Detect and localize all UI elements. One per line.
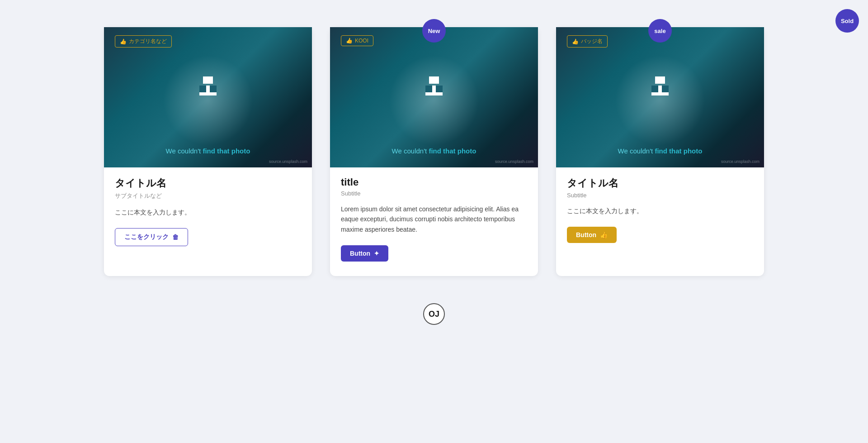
card-2-button[interactable]: Button ✦: [341, 245, 388, 262]
card-1-button[interactable]: ここをクリック 🗑: [115, 228, 188, 246]
button-icon: 🗑: [172, 233, 179, 241]
button-label: ここをクリック: [124, 233, 169, 241]
badge-label: バッジ名: [581, 38, 603, 45]
unsplash-icon: [199, 76, 217, 95]
button-icon: 👍: [600, 231, 608, 238]
badge-icon: 👍: [346, 38, 353, 44]
icon-top: [429, 76, 439, 84]
kooi-badge: 👍 KOOI: [341, 35, 373, 46]
image-error-text: We couldn't find that photo: [618, 147, 703, 155]
card-1-title: タイトル名: [115, 176, 301, 190]
image-credit: source.unsplash.com: [495, 159, 533, 164]
card-1-image: We couldn't find that photo source.unspl…: [104, 27, 312, 167]
sold-circle-badge: Sold: [835, 9, 859, 33]
card-2-image: We couldn't find that photo source.unspl…: [330, 27, 538, 167]
card-1-content: タイトル名 サブタイトルなど ここに本文を入力します。 ここをクリック 🗑: [104, 167, 312, 246]
card-3-button[interactable]: Button 👍: [567, 227, 617, 243]
badge-icon: 👍: [120, 38, 127, 45]
cards-container: 👍 カテゴリ名など We couldn't find that photo so…: [95, 18, 773, 285]
card-3-title: タイトル名: [567, 176, 753, 190]
image-error-text: We couldn't find that photo: [392, 147, 476, 155]
card-3: sale 👍 バッジ名 We couldn't find that photo …: [556, 27, 764, 276]
footer-logo-circle: OJ: [423, 303, 445, 325]
card-2-subtitle: Subtitle: [341, 190, 527, 197]
unsplash-icon: [425, 76, 443, 95]
icon-top: [655, 76, 665, 84]
card-2-content: title Subtitle Lorem ipsum dolor sit ame…: [330, 167, 538, 262]
card-3-circle-badge: sale: [648, 19, 672, 43]
footer: OJ: [423, 303, 445, 325]
icon-top: [203, 76, 213, 84]
glow: [163, 55, 253, 146]
badge-icon: 👍: [572, 38, 579, 45]
image-credit: source.unsplash.com: [721, 159, 760, 164]
icon-bottom: [425, 86, 443, 95]
card-2-circle-badge: New: [422, 19, 446, 43]
card-3-body: ここに本文を入力します。: [567, 206, 753, 216]
card-3-top-badge: 👍 バッジ名: [567, 35, 608, 48]
card-3-content: タイトル名 Subtitle ここに本文を入力します。 Button 👍: [556, 167, 764, 243]
badge-name-badge: 👍 バッジ名: [567, 35, 608, 48]
button-icon: ✦: [374, 250, 379, 257]
category-badge: 👍 カテゴリ名など: [115, 35, 172, 48]
badge-label: カテゴリ名など: [129, 38, 167, 45]
icon-bottom: [651, 86, 669, 95]
card-3-image: We couldn't find that photo source.unspl…: [556, 27, 764, 167]
footer-logo-text: OJ: [429, 310, 439, 319]
circle-badge-label: New: [428, 28, 440, 34]
circle-badge-label: sale: [654, 28, 665, 34]
card-1-body: ここに本文を入力します。: [115, 207, 301, 217]
image-error-text: We couldn't find that photo: [166, 147, 250, 155]
card-2: New 👍 KOOI We couldn't find that photo s…: [330, 27, 538, 276]
badge-label: KOOI: [355, 38, 368, 44]
glow: [389, 55, 479, 146]
card-1-top-badge: 👍 カテゴリ名など: [115, 35, 172, 48]
sold-label: Sold: [841, 18, 854, 24]
unsplash-icon: [651, 76, 669, 95]
card-1-subtitle: サブタイトルなど: [115, 192, 301, 200]
button-label: Button: [350, 250, 370, 257]
button-label: Button: [576, 231, 596, 238]
image-credit: source.unsplash.com: [269, 159, 307, 164]
icon-bottom: [199, 86, 217, 95]
card-3-subtitle: Subtitle: [567, 192, 753, 199]
card-2-top-badge: 👍 KOOI: [341, 35, 373, 46]
card-1: 👍 カテゴリ名など We couldn't find that photo so…: [104, 27, 312, 276]
card-2-body: Lorem ipsum dolor sit amet consectetur a…: [341, 204, 527, 234]
glow: [615, 55, 705, 146]
card-2-title: title: [341, 176, 527, 188]
